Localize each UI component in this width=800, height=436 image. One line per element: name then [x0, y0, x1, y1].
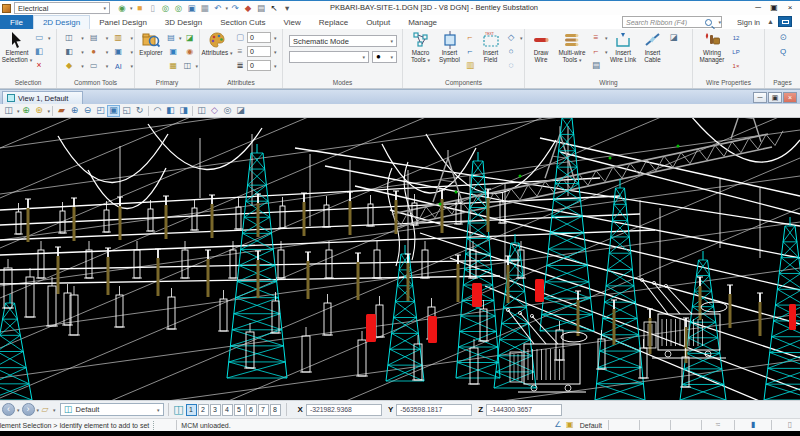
apply-view-icon[interactable]: ◪: [234, 105, 247, 117]
symbol-builder-icon[interactable]: ▥: [463, 59, 477, 72]
attributes-button[interactable]: Attributes▾: [202, 31, 232, 77]
view-minimize-button[interactable]: ─: [753, 92, 767, 103]
saved-views-icon[interactable]: ▱: [39, 404, 51, 416]
view-back-button[interactable]: ‹: [2, 403, 15, 416]
view-number-1[interactable]: 1: [186, 404, 197, 416]
y-coordinate-field[interactable]: -563598.1817: [396, 404, 472, 416]
insert-symbol-button[interactable]: Insert Symbol: [436, 31, 463, 77]
import-icon[interactable]: ◎: [160, 2, 172, 14]
view-number-4[interactable]: 4: [222, 404, 233, 416]
insert-wire-link-button[interactable]: Insert Wire Link: [608, 31, 639, 77]
window-area-icon[interactable]: ◰: [94, 105, 107, 117]
rotate-view-icon[interactable]: ↻: [133, 105, 146, 117]
raster-manager-icon[interactable]: ▣: [165, 46, 182, 59]
zoom-out-icon[interactable]: ⊖: [81, 105, 94, 117]
pin-list-icon[interactable]: ◇: [504, 31, 518, 44]
selection-mode-icon[interactable]: ◧: [32, 45, 46, 58]
view-number-5[interactable]: 5: [234, 404, 245, 416]
insert-terminal-icon[interactable]: ⌐: [463, 31, 477, 44]
snap-mode-icon[interactable]: ∠: [552, 420, 564, 431]
view-restore-button[interactable]: ▣: [768, 92, 782, 103]
new-file-icon[interactable]: ▯: [147, 2, 159, 14]
view-number-2[interactable]: 2: [198, 404, 209, 416]
view-tab[interactable]: View 1, Default: [2, 91, 83, 104]
chevron-down-icon[interactable]: ▾: [274, 35, 277, 41]
render-mode-icon[interactable]: ◇: [208, 105, 221, 117]
pan-view-icon[interactable]: ◠: [151, 105, 164, 117]
view-previous-icon[interactable]: ◧: [164, 105, 177, 117]
wire-style-icon[interactable]: ≡: [589, 31, 603, 44]
user-workspace-icon[interactable]: ◉: [116, 2, 128, 14]
scroll-history-icon[interactable]: ≈: [712, 420, 724, 431]
print-icon[interactable]: ▤: [255, 2, 267, 14]
wiring-manager-button[interactable]: Wiring Manager: [695, 31, 729, 77]
view-number-8[interactable]: 8: [270, 404, 281, 416]
view-number-6[interactable]: 6: [246, 404, 257, 416]
clip-volume-icon[interactable]: ◎: [221, 105, 234, 117]
more-commands-icon[interactable]: ▾: [281, 2, 293, 14]
text-tools-icon[interactable]: AI: [108, 60, 128, 73]
element-selection-button[interactable]: Element Selection▾: [2, 31, 32, 77]
collapse-ribbon-icon[interactable]: ▲: [767, 18, 774, 25]
restore-button[interactable]: ▣: [766, 1, 782, 13]
view-toggles-icon[interactable]: ◫: [173, 404, 185, 416]
adjust-brush-icon[interactable]: ▰: [55, 105, 68, 117]
lighting-icon[interactable]: ◆: [59, 60, 79, 73]
sign-in-link[interactable]: Sign in: [737, 18, 760, 27]
select-by-attributes-icon[interactable]: ▭: [32, 31, 46, 44]
overflow-icon[interactable]: ▯: [784, 420, 796, 431]
draw-wire-button[interactable]: Draw Wire: [527, 31, 555, 77]
insert-cable-button[interactable]: Insert Cable: [639, 31, 667, 77]
page-settings-icon[interactable]: ⊙: [776, 31, 790, 44]
move-element-icon[interactable]: ◧: [59, 46, 79, 59]
open-folder-icon[interactable]: ■: [134, 2, 146, 14]
copy-element-icon[interactable]: ◫: [59, 32, 79, 45]
wire-corner-icon[interactable]: ⌐: [589, 45, 603, 58]
insert-field-button[interactable]: TEXT Insert Field: [477, 31, 504, 77]
image-tools-icon[interactable]: ▣: [108, 46, 128, 59]
ribbon-search-input[interactable]: Search Ribbon (F4) ▾: [622, 16, 722, 28]
references-icon[interactable]: ◪: [182, 32, 199, 45]
cascade-views-icon[interactable]: ◫: [195, 105, 208, 117]
level-display-icon[interactable]: ◫: [182, 60, 194, 73]
tab-replace[interactable]: Replace: [310, 15, 357, 29]
view-attributes-icon[interactable]: ◫: [2, 105, 15, 117]
active-level-value[interactable]: Default: [580, 422, 602, 429]
connect-user-icon[interactable]: [778, 16, 792, 27]
close-button[interactable]: ×: [782, 1, 798, 13]
pin-icon[interactable]: ◆: [242, 2, 254, 14]
undo-icon[interactable]: ↶: [212, 2, 224, 14]
wire-options-icon[interactable]: ◪: [667, 31, 681, 44]
chevron-down-icon[interactable]: ▾: [274, 63, 277, 69]
wire-numbers-icon[interactable]: 12: [729, 31, 743, 44]
explorer-button[interactable]: Explorer: [137, 31, 165, 77]
x-coordinate-field[interactable]: -321982.9368: [306, 404, 382, 416]
tab-output[interactable]: Output: [357, 15, 399, 29]
wire-type-select[interactable]: ▾: [289, 51, 369, 63]
tab-file[interactable]: File: [0, 15, 33, 29]
redo-icon[interactable]: ↷: [229, 2, 241, 14]
view-close-button[interactable]: ×: [783, 92, 797, 103]
copy-view-icon[interactable]: ◱: [120, 105, 133, 117]
terminal-strip-icon[interactable]: ◌: [504, 59, 518, 72]
active-level-value[interactable]: 0: [247, 32, 271, 43]
fit-view-icon[interactable]: ▣: [107, 105, 120, 117]
design-mode-select[interactable]: Schematic Mode▾: [289, 35, 397, 47]
delete-wire-number-icon[interactable]: 1×: [729, 59, 743, 72]
display-style-icon[interactable]: ⊕: [20, 105, 33, 117]
minimize-button[interactable]: ─: [750, 1, 766, 13]
drawing-viewport[interactable]: [0, 118, 800, 400]
tab-section-cuts[interactable]: Section Cuts: [211, 15, 274, 29]
chevron-down-icon[interactable]: ▾: [53, 407, 56, 413]
save-settings-icon[interactable]: ▦: [199, 2, 211, 14]
tab-3d-design[interactable]: 3D Design: [156, 15, 211, 29]
workspace-select[interactable]: Electrical▾: [14, 2, 110, 14]
match-properties-icon[interactable]: ●: [84, 46, 104, 59]
zoom-in-icon[interactable]: ⊕: [68, 105, 81, 117]
tab-panel-design[interactable]: Panel Design: [90, 15, 156, 29]
line-style-value[interactable]: 0: [247, 46, 271, 57]
macro-tools-button[interactable]: Macro Tools▾: [405, 31, 436, 77]
tab-manage[interactable]: Manage: [399, 15, 446, 29]
multi-wire-tools-button[interactable]: Multi-wire Tools▾: [555, 31, 589, 77]
view-number-7[interactable]: 7: [258, 404, 269, 416]
